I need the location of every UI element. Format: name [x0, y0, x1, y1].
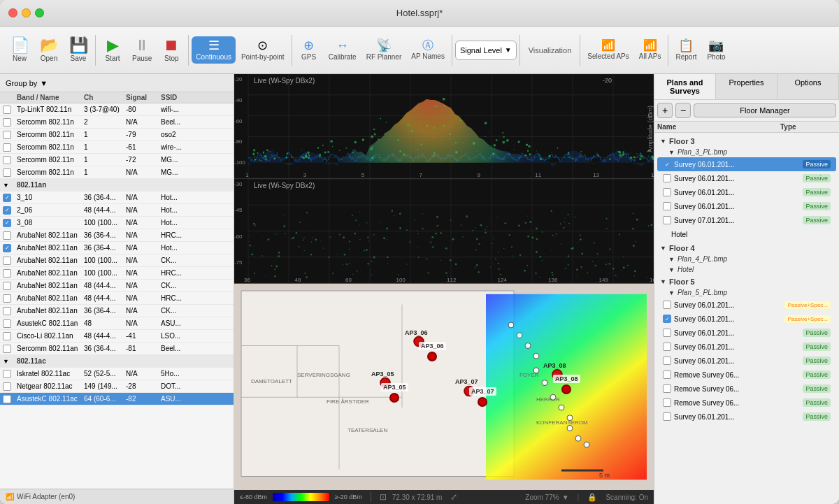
- table-row[interactable]: ArubaNet 802.11an48 (44-4...N/AHRC...: [0, 292, 234, 305]
- photo-button[interactable]: 📷 Photo: [702, 36, 730, 64]
- table-row[interactable]: ArubaNet 802.11an100 (100...N/AHRC...: [0, 267, 234, 280]
- open-button[interactable]: 📂 Open: [35, 35, 63, 65]
- tree-survey-item[interactable]: Survey 06.01.201...Passive: [657, 199, 836, 213]
- row-checkbox[interactable]: [3, 106, 11, 114]
- report-button[interactable]: 📋 Report: [671, 36, 701, 64]
- survey-checkbox[interactable]: [663, 174, 671, 182]
- survey-checkbox[interactable]: [663, 188, 671, 196]
- ap-table[interactable]: Band / Name Ch Signal SSID Tp-LinkT 802.…: [0, 92, 234, 489]
- table-row[interactable]: Cisco-Li 802.11an48 (44-4...-41LSO...: [0, 330, 234, 343]
- survey-checkbox[interactable]: [663, 216, 671, 224]
- tree-survey-item[interactable]: ✓Survey 06.01.201...Passive: [657, 157, 836, 171]
- tree-section-header[interactable]: ▼Floor 4: [657, 243, 836, 254]
- row-checkbox[interactable]: [3, 118, 11, 127]
- table-row[interactable]: Sercomm 802.11n1N/AMG...: [0, 166, 234, 179]
- row-checkbox[interactable]: [3, 156, 11, 164]
- remove-floor-button[interactable]: −: [675, 103, 691, 118]
- table-row[interactable]: Sercomm 802.11an36 (36-4...-81Beel...: [0, 343, 234, 355]
- minimize-button[interactable]: [22, 8, 31, 17]
- table-row[interactable]: ArubaNet 802.11an36 (36-4...N/AHot...: [0, 242, 234, 254]
- table-row[interactable]: 2_0648 (44-4...N/AHot...: [0, 204, 234, 217]
- floor-manager-button[interactable]: Floor Manager: [694, 103, 836, 117]
- tree-survey-item[interactable]: Survey 06.01.201...Passive: [657, 354, 836, 368]
- row-checkbox[interactable]: [3, 370, 11, 378]
- table-row[interactable]: Sercomm 802.11n2N/ABeel...: [0, 116, 234, 129]
- save-button[interactable]: 💾 Save: [64, 35, 92, 65]
- survey-checkbox[interactable]: ✓: [663, 160, 671, 168]
- table-row[interactable]: Sercomm 802.11n1-72MG...: [0, 154, 234, 166]
- survey-checkbox[interactable]: [663, 357, 671, 365]
- tree-survey-item[interactable]: Remove Survey 06...Passive: [657, 382, 836, 396]
- signal-level-dropdown[interactable]: Signal Level ▼: [455, 41, 517, 60]
- table-row[interactable]: AsustekC 802.11ac64 (60-6...-82ASU...: [0, 393, 234, 405]
- all-aps-button[interactable]: 📶 All APs: [635, 37, 666, 63]
- group-row[interactable]: ▼802.11an: [0, 179, 234, 192]
- row-checkbox[interactable]: [3, 332, 11, 340]
- survey-checkbox[interactable]: [663, 301, 671, 309]
- survey-checkbox[interactable]: [663, 343, 671, 351]
- row-checkbox[interactable]: [3, 345, 11, 353]
- tree-section-header[interactable]: ▼Floor 5: [657, 276, 836, 287]
- tree-survey-item[interactable]: Survey 06.01.201...Passive: [657, 171, 836, 185]
- row-checkbox[interactable]: [3, 382, 11, 391]
- tree-survey-item[interactable]: Remove Survey 06...Passive: [657, 396, 836, 410]
- tree-survey-item[interactable]: ✓Survey 06.01.201...Passive+Spec...: [657, 312, 836, 326]
- table-row[interactable]: 3_08100 (100...N/AHot...: [0, 217, 234, 229]
- point-by-point-button[interactable]: ⊙ Point-by-point: [237, 36, 289, 64]
- selected-aps-button[interactable]: 📶 Selected APs: [583, 37, 633, 63]
- tree-survey-item[interactable]: Survey 06.01.201...Passive+Spec...: [657, 298, 836, 312]
- tree-survey-item[interactable]: Survey 06.01.201...Passive: [657, 410, 836, 424]
- tree-standalone-item[interactable]: Hotel: [657, 227, 836, 241]
- survey-checkbox[interactable]: [663, 202, 671, 210]
- table-row[interactable]: Sercomm 802.11n1-79oso2: [0, 129, 234, 141]
- tree-survey-item[interactable]: Survey 06.01.201...Passive: [657, 326, 836, 340]
- tree-survey-item[interactable]: Survey 06.01.201...Passive: [657, 340, 836, 354]
- row-checkbox[interactable]: [3, 168, 11, 177]
- table-row[interactable]: ArubaNet 802.11an100 (100...N/ACK...: [0, 254, 234, 267]
- pause-button[interactable]: ⏸ Pause: [128, 35, 156, 65]
- row-checkbox[interactable]: [3, 282, 11, 290]
- continuous-button[interactable]: ☰ Continuous: [192, 36, 236, 64]
- table-row[interactable]: Sercomm 802.11n1-61wire-...: [0, 141, 234, 154]
- row-checkbox[interactable]: [3, 219, 11, 227]
- tree-plan-header[interactable]: ▼Hotel: [657, 264, 836, 275]
- row-checkbox[interactable]: [3, 307, 11, 315]
- close-button[interactable]: [8, 8, 17, 17]
- zoom-arrow[interactable]: ▼: [562, 494, 569, 501]
- tree-survey-item[interactable]: Survey 07.01.201...Passive: [657, 213, 836, 227]
- tab-options[interactable]: Options: [777, 74, 839, 99]
- survey-checkbox[interactable]: [663, 329, 671, 337]
- maximize-button[interactable]: [35, 8, 44, 17]
- rf-planner-button[interactable]: 📡 RF Planner: [362, 36, 406, 64]
- row-checkbox[interactable]: [3, 319, 11, 328]
- table-row[interactable]: Tp-LinkT 802.11n3 (3-7@40)-80wifi-...: [0, 103, 234, 116]
- tree-survey-item[interactable]: Remove Survey 06...Passive: [657, 368, 836, 382]
- gps-button[interactable]: ⊕ GPS: [295, 36, 323, 64]
- group-row[interactable]: ▼802.11ac: [0, 355, 234, 368]
- calibrate-button[interactable]: ↔ Calibrate: [324, 36, 361, 64]
- table-row[interactable]: ArubaNet 802.11an48 (44-4...N/ACK...: [0, 280, 234, 292]
- row-checkbox[interactable]: [3, 143, 11, 152]
- row-checkbox[interactable]: [3, 244, 11, 252]
- add-floor-button[interactable]: +: [657, 103, 673, 118]
- survey-checkbox[interactable]: ✓: [663, 315, 671, 323]
- start-button[interactable]: ▶ Start: [99, 35, 127, 65]
- tree-section-header[interactable]: ▼Floor 3: [657, 136, 836, 147]
- survey-checkbox[interactable]: [663, 370, 671, 379]
- row-checkbox[interactable]: [3, 206, 11, 215]
- table-row[interactable]: 3_1036 (36-4...N/AHot...: [0, 192, 234, 204]
- row-checkbox[interactable]: [3, 231, 11, 240]
- tab-properties[interactable]: Properties: [716, 74, 777, 99]
- tree-survey-item[interactable]: Survey 06.01.201...Passive: [657, 185, 836, 199]
- survey-checkbox[interactable]: [663, 398, 671, 407]
- row-checkbox[interactable]: [3, 269, 11, 278]
- tree-plan-header[interactable]: ▼Plan_3_PL.bmp: [657, 147, 836, 157]
- stop-button[interactable]: ⏹ Stop: [157, 35, 185, 65]
- row-checkbox[interactable]: [3, 395, 11, 403]
- table-row[interactable]: AsustekC 802.11an48N/AASU...: [0, 317, 234, 330]
- row-checkbox[interactable]: [3, 257, 11, 265]
- table-row[interactable]: Iskratel 802.11ac52 (52-5...N/A5Ho...: [0, 368, 234, 380]
- floor-plan[interactable]: AP3_05 AP3_06 AP3_07 AP3_08: [234, 284, 654, 490]
- survey-checkbox[interactable]: [663, 412, 671, 421]
- tree-plan-header[interactable]: ▼Plan_5_PL.bmp: [657, 287, 836, 298]
